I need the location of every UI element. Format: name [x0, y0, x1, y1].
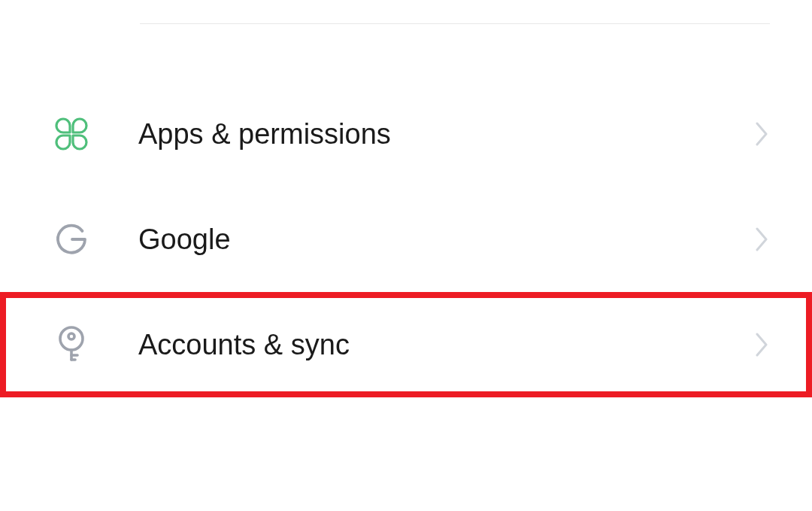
settings-item-accounts-sync[interactable]: Accounts & sync [0, 292, 812, 397]
settings-item-label: Apps & permissions [138, 118, 755, 151]
chevron-right-icon [755, 332, 770, 357]
google-icon [53, 221, 90, 258]
svg-point-1 [68, 333, 74, 339]
clover-icon [53, 115, 90, 153]
section-divider [140, 23, 770, 24]
settings-item-label: Accounts & sync [138, 329, 755, 361]
settings-item-apps-permissions[interactable]: Apps & permissions [0, 81, 812, 187]
key-icon [53, 326, 90, 363]
settings-item-google[interactable]: Google [0, 187, 812, 292]
chevron-right-icon [755, 227, 770, 252]
chevron-right-icon [755, 121, 770, 147]
settings-list: Apps & permissions Google [0, 81, 812, 397]
settings-item-label: Google [138, 224, 755, 256]
